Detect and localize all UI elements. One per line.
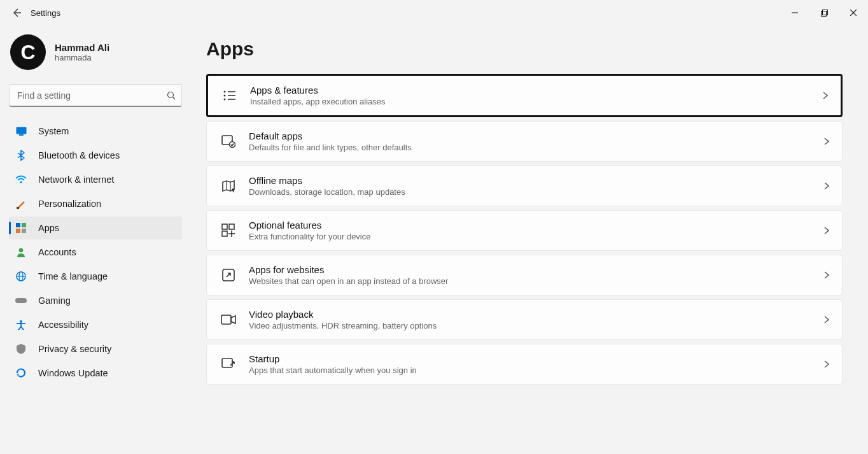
card-title: Startup: [249, 353, 824, 364]
card-apps-features[interactable]: Apps & features Installed apps, app exec…: [206, 74, 843, 117]
profile[interactable]: C Hammad Ali hammada: [9, 32, 182, 82]
card-subtitle: Installed apps, app execution aliases: [250, 97, 823, 106]
chevron-right-icon: [823, 92, 828, 99]
svg-rect-19: [15, 298, 27, 303]
main-pane: Apps Apps & features Installed apps, app…: [191, 25, 868, 454]
map-icon: [220, 177, 237, 195]
accessibility-icon: [15, 319, 27, 330]
window-title: Settings: [31, 8, 60, 18]
sidebar-item-label: Network & internet: [38, 174, 114, 185]
person-icon: [15, 246, 27, 258]
svg-rect-11: [16, 223, 20, 227]
search-icon: [167, 91, 176, 100]
card-default-apps[interactable]: Default apps Defaults for file and link …: [206, 121, 843, 162]
svg-rect-34: [222, 231, 227, 236]
svg-rect-8: [19, 134, 24, 136]
page-title: Apps: [206, 38, 843, 60]
sidebar-nav: SystemBluetooth & devicesNetwork & inter…: [9, 120, 182, 385]
svg-rect-13: [16, 229, 20, 233]
gamepad-icon: [15, 295, 27, 306]
avatar: C: [10, 34, 46, 70]
sidebar-item-label: Windows Update: [38, 368, 108, 378]
svg-point-25: [224, 99, 226, 101]
search-input[interactable]: [9, 84, 182, 107]
sidebar-item-accounts[interactable]: Accounts: [9, 241, 182, 264]
svg-point-20: [20, 320, 22, 323]
sidebar: C Hammad Ali hammada SystemBluetooth & d…: [0, 25, 191, 454]
svg-rect-14: [22, 229, 26, 233]
search-box: [9, 84, 182, 107]
card-subtitle: Defaults for file and link types, other …: [249, 143, 824, 152]
sidebar-item-label: Accessibility: [38, 320, 88, 330]
card-title: Apps & features: [250, 85, 823, 96]
sidebar-item-label: Apps: [38, 223, 59, 233]
bluetooth-icon: [15, 150, 27, 161]
card-subtitle: Extra functionality for your device: [249, 232, 824, 241]
sidebar-item-apps[interactable]: Apps: [9, 216, 182, 239]
card-startup[interactable]: Startup Apps that start automatically wh…: [206, 344, 843, 385]
svg-rect-1: [821, 11, 826, 16]
chevron-right-icon: [824, 316, 829, 323]
sidebar-item-personalization[interactable]: Personalization: [9, 192, 182, 215]
profile-name: Hammad Ali: [55, 42, 109, 53]
titlebar: Settings: [0, 0, 868, 25]
display-icon: [15, 125, 27, 137]
card-title: Optional features: [249, 220, 824, 231]
svg-rect-38: [221, 315, 231, 324]
back-button[interactable]: [11, 8, 22, 18]
sidebar-item-bluetooth-devices[interactable]: Bluetooth & devices: [9, 144, 182, 167]
sidebar-item-label: Bluetooth & devices: [38, 150, 120, 160]
web-app-icon: [220, 266, 237, 284]
card-offline-maps[interactable]: Offline maps Downloads, storage location…: [206, 166, 843, 206]
card-subtitle: Websites that can open in an app instead…: [249, 276, 824, 286]
sidebar-item-label: Gaming: [38, 295, 71, 306]
maximize-button[interactable]: [809, 3, 839, 23]
arrow-left-icon: [11, 8, 22, 18]
chevron-right-icon: [824, 182, 829, 190]
sidebar-item-system[interactable]: System: [9, 120, 182, 143]
minimize-button[interactable]: [780, 3, 809, 23]
sidebar-item-network-internet[interactable]: Network & internet: [9, 168, 182, 191]
close-icon: [850, 10, 857, 16]
update-icon: [15, 367, 27, 379]
svg-rect-7: [16, 127, 26, 134]
sidebar-item-label: System: [38, 126, 69, 136]
svg-rect-33: [229, 224, 234, 229]
card-title: Apps for websites: [249, 264, 824, 275]
svg-point-15: [19, 248, 24, 253]
globe-icon: [15, 271, 27, 282]
chevron-right-icon: [824, 360, 829, 368]
sidebar-item-label: Privacy & security: [38, 344, 111, 354]
svg-rect-39: [222, 358, 232, 367]
svg-line-6: [173, 97, 176, 100]
close-button[interactable]: [839, 3, 868, 23]
svg-point-9: [20, 181, 22, 183]
sidebar-item-label: Time & language: [38, 271, 108, 281]
sidebar-item-label: Personalization: [38, 199, 101, 209]
maximize-icon: [821, 10, 828, 17]
sidebar-item-label: Accounts: [38, 247, 76, 257]
window-controls: [780, 3, 868, 23]
card-subtitle: Video adjustments, HDR streaming, batter…: [249, 321, 824, 330]
sidebar-item-windows-update[interactable]: Windows Update: [9, 362, 182, 385]
card-optional-features[interactable]: Optional features Extra functionality fo…: [206, 210, 843, 251]
card-subtitle: Downloads, storage location, map updates: [249, 187, 824, 197]
sidebar-item-accessibility[interactable]: Accessibility: [9, 313, 182, 336]
minimize-icon: [792, 10, 798, 16]
card-apps-for-websites[interactable]: Apps for websites Websites that can open…: [206, 255, 843, 295]
chevron-right-icon: [824, 271, 829, 279]
sidebar-item-gaming[interactable]: Gaming: [9, 289, 182, 312]
features-icon: [220, 222, 237, 239]
card-video-playback[interactable]: Video playback Video adjustments, HDR st…: [206, 299, 843, 340]
svg-rect-2: [822, 10, 827, 15]
chevron-right-icon: [824, 138, 829, 145]
card-title: Default apps: [249, 131, 824, 141]
svg-rect-10: [17, 207, 19, 209]
card-title: Offline maps: [249, 175, 824, 186]
svg-rect-32: [222, 224, 227, 229]
sidebar-item-time-language[interactable]: Time & language: [9, 265, 182, 288]
card-subtitle: Apps that start automatically when you s…: [249, 365, 824, 375]
apps-icon: [15, 222, 27, 234]
shield-icon: [15, 343, 27, 355]
sidebar-item-privacy-security[interactable]: Privacy & security: [9, 337, 182, 360]
